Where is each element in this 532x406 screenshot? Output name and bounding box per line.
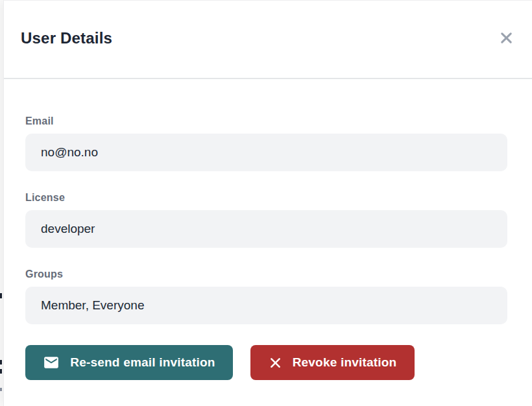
x-icon	[269, 356, 282, 370]
background-edge-fragment	[0, 369, 2, 374]
x-icon	[499, 30, 514, 45]
page-title: User Details	[21, 29, 112, 47]
action-button-row: Re-send email invitation Revoke invitati…	[25, 345, 507, 380]
revoke-button-label: Revoke invitation	[293, 355, 397, 370]
field-email: Email no@no.no	[25, 115, 507, 171]
background-edge-fragment	[0, 293, 2, 298]
revoke-invitation-button[interactable]: Revoke invitation	[250, 345, 415, 380]
field-groups: Groups Member, Everyone	[25, 269, 507, 324]
background-edge-fragment	[0, 388, 2, 391]
envelope-icon	[43, 354, 60, 371]
resend-email-invitation-button[interactable]: Re-send email invitation	[25, 345, 233, 380]
field-license: License developer	[25, 192, 507, 248]
background-edge-fragment	[0, 360, 2, 364]
license-field[interactable]: developer	[25, 210, 507, 248]
user-details-modal: User Details Email no@no.no License deve…	[3, 0, 532, 406]
groups-field[interactable]: Member, Everyone	[25, 287, 507, 324]
email-label: Email	[25, 115, 507, 127]
close-button[interactable]	[497, 29, 515, 47]
email-field[interactable]: no@no.no	[25, 134, 507, 171]
groups-label: Groups	[25, 269, 507, 280]
resend-button-label: Re-send email invitation	[70, 355, 215, 370]
modal-header: User Details	[4, 1, 532, 79]
license-label: License	[25, 192, 507, 204]
modal-body: Email no@no.no License developer Groups …	[4, 79, 532, 380]
